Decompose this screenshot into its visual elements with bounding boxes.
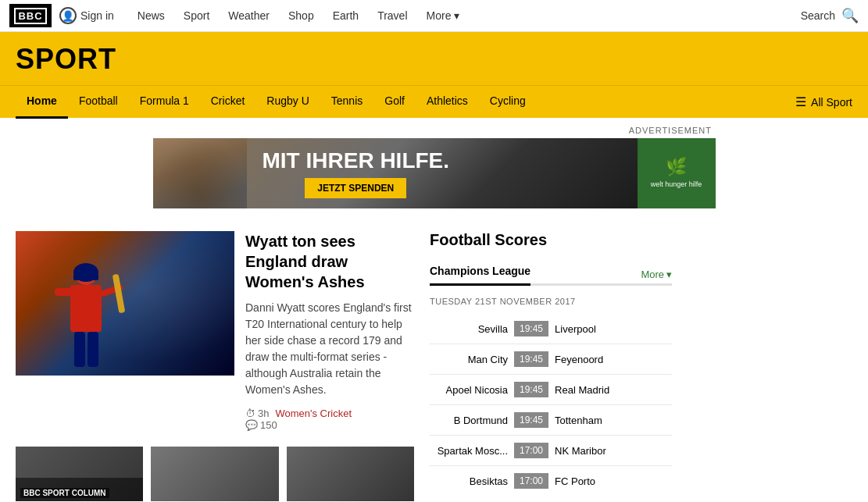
team-away-1: Feyenoord	[555, 354, 672, 365]
svg-rect-5	[74, 332, 85, 367]
nav-sport[interactable]: Sport	[174, 0, 219, 32]
ad-label: ADVERTISEMENT	[0, 126, 868, 135]
svg-rect-2	[55, 288, 72, 296]
article-tag[interactable]: Women's Cricket	[275, 408, 352, 419]
ad-sub-button[interactable]: JETZT SPENDEN	[305, 178, 406, 198]
sport-nav-golf[interactable]: Golf	[373, 86, 416, 119]
search-label: Search	[801, 9, 835, 22]
thumbnail-item-3[interactable]	[287, 447, 414, 501]
match-time-2: 19:45	[514, 382, 548, 397]
sport-title: SPORT	[16, 43, 852, 76]
main-content: Wyatt ton sees England draw Women's Ashe…	[0, 215, 868, 501]
team-home-5: Besiktas	[430, 475, 508, 487]
sport-nav-athletics[interactable]: Athletics	[416, 86, 479, 119]
search-area: Search 🔍	[801, 7, 859, 24]
search-icon[interactable]: 🔍	[841, 7, 859, 24]
team-away-4: NK Maribor	[555, 445, 672, 457]
nav-weather[interactable]: Weather	[219, 0, 279, 32]
nav-news[interactable]: News	[128, 0, 174, 32]
svg-rect-8	[73, 274, 98, 280]
ad-logo-text: welt hunger hilfe	[651, 180, 702, 190]
article-text: Wyatt ton sees England draw Women's Ashe…	[245, 231, 414, 431]
nav-links: News Sport Weather Shop Earth Travel Mor…	[128, 0, 801, 32]
ad-text-block: MIT IHRER HILFE. JETZT SPENDEN	[247, 141, 466, 206]
ad-banner[interactable]: MIT IHRER HILFE. JETZT SPENDEN 🌿 welt hu…	[153, 138, 716, 208]
ad-main-text: MIT IHRER HILFE.	[263, 148, 450, 173]
team-home-2: Apoel Nicosia	[430, 384, 508, 396]
match-row-4[interactable]: Spartak Mosc... 17:00 NK Maribor	[430, 436, 672, 466]
article-meta: ⏱ 3h Women's Cricket	[245, 408, 414, 419]
featured-image[interactable]	[16, 231, 234, 376]
team-home-4: Spartak Mosc...	[430, 445, 508, 457]
sport-nav-tennis[interactable]: Tennis	[320, 86, 373, 119]
all-sport-button[interactable]: ☰ All Sport	[795, 94, 852, 109]
sign-in-button[interactable]: 👤 Sign in	[59, 7, 114, 24]
match-row-0[interactable]: Sevilla 19:45 Liverpool	[430, 314, 672, 344]
thumb-label-1: BBC SPORT COLUMN	[20, 488, 109, 498]
scores-title: Football Scores	[430, 231, 672, 254]
sport-nav-football[interactable]: Football	[68, 86, 129, 119]
match-row-5[interactable]: Besiktas 17:00 FC Porto	[430, 466, 672, 496]
chevron-down-icon: ▾	[454, 9, 459, 22]
bbc-logo-text: BBC	[14, 8, 46, 24]
top-nav: BBC 👤 Sign in News Sport Weather Shop Ea…	[0, 0, 868, 32]
scores-sidebar: Football Scores Champions League More ▾ …	[430, 231, 672, 501]
scores-more-button[interactable]: More ▾	[641, 269, 672, 280]
sport-nav-cycling[interactable]: Cycling	[479, 86, 537, 119]
sign-in-label: Sign in	[80, 9, 114, 22]
nav-more-button[interactable]: More ▾	[417, 0, 470, 32]
scores-date: Tuesday 21st November 2017	[430, 297, 672, 306]
team-home-3: B Dortmund	[430, 415, 508, 426]
chevron-down-icon: ▾	[666, 269, 672, 280]
thumbnail-row: BBC SPORT COLUMN	[16, 447, 414, 501]
nav-shop[interactable]: Shop	[279, 0, 323, 32]
match-row-1[interactable]: Man City 19:45 Feyenoord	[430, 344, 672, 375]
articles-left: Wyatt ton sees England draw Women's Ashe…	[16, 231, 414, 501]
sport-nav-cricket[interactable]: Cricket	[200, 86, 256, 119]
all-sport-label: All Sport	[811, 96, 852, 109]
match-row-2[interactable]: Apoel Nicosia 19:45 Real Madrid	[430, 375, 672, 405]
sport-nav-formula1[interactable]: Formula 1	[129, 86, 200, 119]
thumbnail-item-2[interactable]	[151, 447, 278, 501]
sport-nav-links: Home Football Formula 1 Cricket Rugby U …	[16, 86, 537, 119]
match-time-0: 19:45	[514, 321, 548, 336]
sport-nav-rugby[interactable]: Rugby U	[255, 86, 320, 119]
clock-icon: ⏱	[245, 408, 255, 419]
ad-logo: 🌿 welt hunger hilfe	[638, 138, 716, 208]
article-description: Danni Wyatt scores England's first T20 I…	[245, 300, 414, 398]
svg-rect-4	[113, 274, 125, 314]
match-row-3[interactable]: B Dortmund 19:45 Tottenham	[430, 405, 672, 436]
scores-tabs: Champions League More ▾	[430, 265, 672, 286]
hamburger-icon: ☰	[795, 94, 806, 109]
wheat-icon: 🌿	[666, 157, 687, 177]
cricket-player-image	[47, 251, 125, 376]
team-away-3: Tottenham	[555, 415, 672, 426]
user-icon: 👤	[59, 7, 77, 24]
bbc-logo[interactable]: BBC	[9, 4, 52, 27]
team-away-2: Real Madrid	[555, 384, 672, 396]
nav-more-label: More	[427, 9, 452, 22]
article-time: ⏱ 3h	[245, 408, 269, 419]
scores-more-label: More	[641, 269, 664, 280]
sport-banner: SPORT	[0, 32, 868, 85]
match-time-5: 17:00	[514, 473, 548, 489]
comment-count: 💬 150	[245, 419, 414, 431]
team-away-5: FC Porto	[555, 475, 672, 487]
svg-rect-6	[88, 332, 98, 367]
team-home-1: Man City	[430, 354, 508, 365]
advertisement-container: ADVERTISEMENT MIT IHRER HILFE. JETZT SPE…	[0, 118, 868, 215]
comment-icon: 💬	[245, 419, 258, 431]
thumbnail-item-1[interactable]: BBC SPORT COLUMN	[16, 447, 143, 501]
article-title[interactable]: Wyatt ton sees England draw Women's Ashe…	[245, 231, 414, 292]
nav-earth[interactable]: Earth	[323, 0, 368, 32]
svg-rect-1	[70, 285, 102, 332]
match-time-4: 17:00	[514, 443, 548, 458]
nav-travel[interactable]: Travel	[368, 0, 416, 32]
featured-article: Wyatt ton sees England draw Women's Ashe…	[16, 231, 414, 431]
match-time-1: 19:45	[514, 351, 548, 367]
team-home-0: Sevilla	[430, 323, 508, 335]
sport-nav-home[interactable]: Home	[16, 86, 68, 119]
match-time-3: 19:45	[514, 412, 548, 428]
team-away-0: Liverpool	[555, 323, 672, 335]
scores-tab-champions-league[interactable]: Champions League	[430, 265, 530, 286]
